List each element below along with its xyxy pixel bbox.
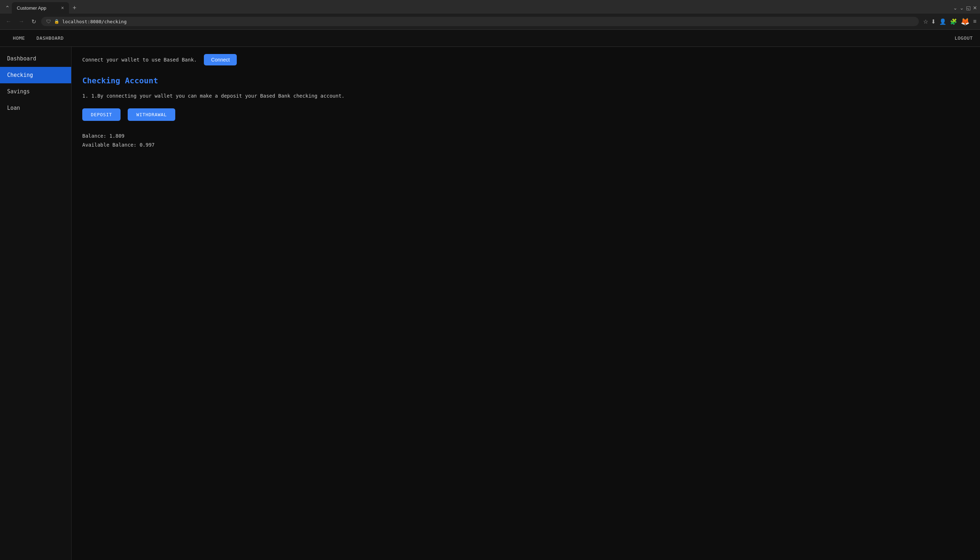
account-button[interactable]: 👤 (939, 18, 947, 25)
balance-label: Balance: (82, 133, 110, 139)
browser-chrome: ⌃ Customer App × + ⌄ ⌄ ◱ ✕ ← → ↻ 🛡 🔒 loc… (0, 0, 980, 30)
browser-actions: ⬇ 👤 🧩 🦊 ≡ (931, 17, 977, 26)
main-layout: Dashboard Checking Savings Loan Connect … (0, 47, 980, 560)
sidebar: Dashboard Checking Savings Loan (0, 47, 72, 560)
sidebar-item-checking[interactable]: Checking (0, 67, 71, 83)
balance-value: 1.809 (110, 133, 125, 139)
sidebar-item-label: Checking (7, 72, 33, 78)
connect-text: Connect your wallet to use Based Bank. (82, 57, 197, 63)
sidebar-item-label: Dashboard (7, 55, 36, 62)
balance-info: Balance: 1.809 Available Balance: 0.997 (82, 132, 969, 150)
app-nav: HOME DASHBOARD LOGOUT (0, 30, 980, 47)
forward-button[interactable]: → (17, 17, 27, 26)
sidebar-item-savings[interactable]: Savings (0, 83, 71, 100)
address-bar-row: ← → ↻ 🛡 🔒 localhost:8080/checking ☆ ⬇ 👤 … (0, 13, 980, 29)
bookmark-button[interactable]: ☆ (923, 18, 928, 25)
available-balance-label: Available Balance: (82, 142, 140, 148)
back-button[interactable]: ← (3, 17, 13, 26)
withdrawal-button[interactable]: WITHDRAWAL (128, 108, 175, 121)
nav-home-link[interactable]: HOME (7, 30, 31, 46)
tab-controls: ⌄ ⌄ ◱ ✕ (953, 5, 977, 11)
tab-list-button[interactable]: ⌄ (953, 5, 957, 11)
menu-button[interactable]: ≡ (973, 18, 977, 25)
connect-button[interactable]: Connect (204, 54, 237, 65)
main-content: Connect your wallet to use Based Bank. C… (72, 47, 980, 560)
sidebar-item-dashboard[interactable]: Dashboard (0, 50, 71, 67)
reload-button[interactable]: ↻ (29, 17, 38, 27)
deposit-button[interactable]: DEPOSIT (82, 108, 120, 121)
action-buttons: DEPOSIT WITHDRAWAL (82, 108, 969, 121)
account-heading: Checking Account (82, 76, 969, 85)
tab-restore-button[interactable]: ◱ (966, 5, 971, 11)
sidebar-item-label: Savings (7, 88, 30, 95)
extensions-button[interactable]: 🧩 (950, 18, 957, 25)
pocket-button[interactable]: ⬇ (931, 18, 936, 25)
tab-minimize-button[interactable]: ⌄ (960, 5, 964, 11)
address-bar[interactable]: 🛡 🔒 localhost:8080/checking (41, 17, 919, 26)
nav-dashboard-link[interactable]: DASHBOARD (31, 30, 69, 46)
sidebar-item-label: Loan (7, 105, 20, 111)
active-tab[interactable]: Customer App × (12, 2, 69, 13)
security-shield-icon: 🛡 (46, 18, 51, 24)
url-text: localhost:8080/checking (62, 19, 914, 24)
tab-title: Customer App (17, 5, 59, 11)
account-description: 1. 1.By connecting your wallet you can m… (82, 92, 969, 100)
sidebar-item-loan[interactable]: Loan (0, 100, 71, 116)
lock-icon: 🔒 (54, 19, 59, 24)
available-balance-value: 0.997 (140, 142, 155, 148)
tab-bar: ⌃ Customer App × + ⌄ ⌄ ◱ ✕ (0, 0, 980, 13)
available-balance-row: Available Balance: 0.997 (82, 140, 969, 150)
balance-row: Balance: 1.809 (82, 132, 969, 140)
tab-close-button[interactable]: × (61, 5, 64, 10)
firefox-logo: 🦊 (961, 17, 970, 26)
new-tab-button[interactable]: + (70, 4, 79, 12)
connect-banner: Connect your wallet to use Based Bank. C… (82, 54, 969, 65)
tab-window-close-button[interactable]: ✕ (973, 5, 977, 11)
logout-button[interactable]: LOGOUT (955, 30, 973, 46)
tab-history-back-button[interactable]: ⌃ (3, 3, 12, 13)
